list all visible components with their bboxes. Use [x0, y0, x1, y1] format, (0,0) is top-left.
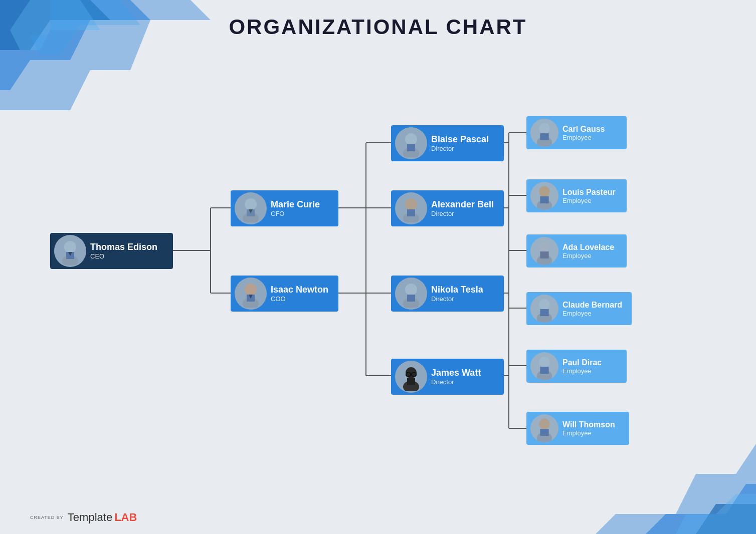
emp4-avatar	[530, 295, 558, 323]
emp6-info: Will Thomson Employee	[562, 420, 620, 437]
director3-role: Director	[431, 295, 483, 303]
svg-rect-48	[407, 209, 415, 216]
coo-node: Isaac Newton COO	[231, 276, 338, 312]
svg-point-67	[539, 299, 550, 310]
director4-avatar	[395, 361, 427, 393]
svg-point-58	[539, 123, 550, 134]
emp2-info: Louis Pasteur Employee	[562, 188, 621, 204]
svg-point-73	[539, 419, 550, 430]
emp4-name: Claude Bernard	[562, 301, 622, 310]
director4-name: James Watt	[431, 368, 481, 378]
svg-rect-75	[540, 429, 548, 436]
cfo-info: Marie Curie CFO	[271, 199, 325, 217]
svg-rect-60	[540, 133, 548, 140]
page-title: ORGANIZATIONAL CHART	[0, 15, 756, 39]
ceo-info: Thomas Edison CEO	[90, 242, 162, 260]
footer-created-by: CREATED BY	[30, 515, 64, 520]
emp1-role: Employee	[562, 134, 605, 141]
emp6-node: Will Thomson Employee	[526, 412, 629, 445]
ceo-node: Thomas Edison CEO	[50, 233, 173, 269]
emp5-info: Paul Dirac Employee	[562, 358, 607, 375]
director4-info: James Watt Director	[431, 368, 486, 386]
emp5-node: Paul Dirac Employee	[526, 350, 627, 383]
svg-point-61	[539, 186, 550, 197]
director1-avatar	[395, 127, 427, 159]
footer: CREATED BY Template LAB	[30, 511, 137, 524]
svg-point-35	[245, 198, 257, 210]
svg-rect-69	[540, 309, 548, 316]
svg-rect-72	[540, 367, 548, 374]
emp3-info: Ada Lovelace Employee	[562, 243, 619, 259]
director4-role: Director	[431, 378, 481, 386]
director4-node: James Watt Director	[391, 359, 504, 395]
emp2-name: Louis Pasteur	[562, 188, 616, 197]
svg-rect-63	[540, 196, 548, 203]
svg-rect-45	[407, 144, 415, 151]
ceo-avatar	[54, 235, 86, 267]
emp6-name: Will Thomson	[562, 420, 615, 429]
emp4-info: Claude Bernard Employee	[562, 301, 627, 317]
director2-role: Director	[431, 210, 494, 217]
svg-point-70	[539, 357, 550, 368]
director3-node: Nikola Tesla Director	[391, 276, 504, 312]
svg-point-43	[405, 133, 417, 145]
footer-brand-bold: LAB	[114, 511, 137, 524]
emp3-avatar	[530, 237, 558, 265]
emp1-name: Carl Gauss	[562, 125, 605, 134]
svg-point-46	[405, 198, 417, 210]
svg-rect-66	[540, 251, 548, 258]
footer-brand-regular: Template	[68, 511, 112, 524]
svg-point-64	[539, 241, 550, 252]
emp3-name: Ada Lovelace	[562, 243, 614, 252]
emp2-node: Louis Pasteur Employee	[526, 179, 627, 212]
cfo-node: Marie Curie CFO	[231, 190, 338, 226]
svg-point-31	[64, 241, 76, 253]
coo-avatar	[235, 278, 267, 310]
org-chart: Thomas Edison CEO Marie Curie CFO	[20, 55, 746, 494]
director1-node: Blaise Pascal Director	[391, 125, 504, 161]
director2-avatar	[395, 192, 427, 224]
emp4-node: Claude Bernard Employee	[526, 292, 632, 325]
director2-node: Alexander Bell Director	[391, 190, 504, 226]
director2-info: Alexander Bell Director	[431, 199, 499, 217]
director3-avatar	[395, 278, 427, 310]
director2-name: Alexander Bell	[431, 199, 494, 210]
coo-info: Isaac Newton COO	[271, 285, 333, 303]
connector-lines	[20, 55, 746, 494]
ceo-role: CEO	[90, 252, 157, 260]
emp6-avatar	[530, 414, 558, 442]
emp2-avatar	[530, 182, 558, 210]
coo-name: Isaac Newton	[271, 285, 328, 295]
emp4-role: Employee	[562, 310, 622, 317]
emp6-role: Employee	[562, 429, 615, 437]
emp3-role: Employee	[562, 252, 614, 259]
coo-role: COO	[271, 295, 328, 303]
emp2-role: Employee	[562, 197, 616, 204]
emp3-node: Ada Lovelace Employee	[526, 234, 627, 268]
cfo-role: CFO	[271, 210, 320, 217]
director1-info: Blaise Pascal Director	[431, 134, 494, 152]
ceo-name: Thomas Edison	[90, 242, 157, 252]
cfo-name: Marie Curie	[271, 199, 320, 210]
cfo-avatar	[235, 192, 267, 224]
emp1-avatar	[530, 119, 558, 147]
emp5-avatar	[530, 352, 558, 380]
director3-name: Nikola Tesla	[431, 285, 483, 295]
director1-role: Director	[431, 145, 489, 152]
director3-info: Nikola Tesla Director	[431, 285, 488, 303]
emp5-name: Paul Dirac	[562, 358, 602, 367]
svg-rect-57	[407, 378, 415, 385]
emp5-role: Employee	[562, 367, 602, 375]
svg-point-49	[405, 284, 417, 296]
svg-rect-51	[407, 295, 415, 302]
emp1-node: Carl Gauss Employee	[526, 116, 627, 149]
director1-name: Blaise Pascal	[431, 134, 489, 145]
emp1-info: Carl Gauss Employee	[562, 125, 610, 141]
svg-point-39	[245, 284, 257, 296]
